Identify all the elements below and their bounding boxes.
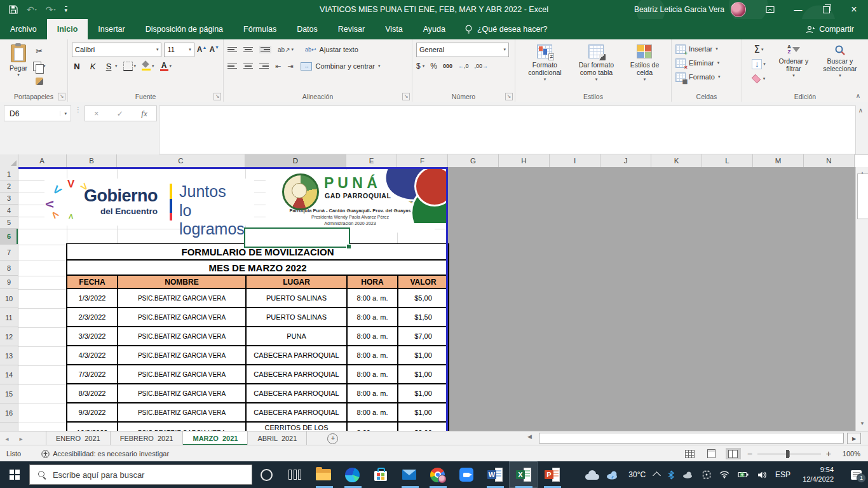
zoom-app-button[interactable] xyxy=(452,461,480,488)
ribbon-tab-disposici-n-de-p-gina[interactable]: Disposición de página xyxy=(135,19,233,39)
table-header-valor[interactable]: VALOR xyxy=(398,275,449,288)
close-button[interactable]: × xyxy=(840,0,868,19)
column-header-m[interactable]: M xyxy=(753,154,804,167)
sheet-tab-marzo-2021[interactable]: MARZO 2021 xyxy=(183,431,248,445)
vertical-scroll-thumb[interactable] xyxy=(857,173,868,219)
column-header-b[interactable]: B xyxy=(67,154,117,167)
font-size-select[interactable]: 11▾ xyxy=(164,43,194,57)
redo-icon[interactable]: ↷▾ xyxy=(46,5,56,14)
currency-format-icon[interactable]: $ xyxy=(416,62,421,71)
zoom-out-icon[interactable]: − xyxy=(747,449,752,459)
selected-cell-d6[interactable] xyxy=(244,227,350,248)
mail-button[interactable] xyxy=(395,461,424,488)
cancel-entry-icon[interactable]: × xyxy=(94,109,98,118)
font-dialog-launcher-icon[interactable]: ↘ xyxy=(214,93,221,100)
sort-filter-button[interactable]: AZ Ordenar y filtrar ▾ xyxy=(771,42,816,85)
increase-decimal-icon[interactable]: ←,0 xyxy=(458,63,469,69)
windows-ink-icon[interactable] xyxy=(702,470,711,479)
font-family-select[interactable]: Calibri▾ xyxy=(72,43,161,57)
row-header-9[interactable]: 9 xyxy=(0,276,18,289)
row-header-11[interactable]: 11 xyxy=(0,308,18,327)
table-header-hora[interactable]: HORA xyxy=(347,275,398,288)
table-cell[interactable]: $1,50 xyxy=(398,308,449,327)
column-header-i[interactable]: I xyxy=(550,154,600,167)
hscroll-left-icon[interactable]: ◀ xyxy=(527,433,532,440)
table-cell[interactable]: CABECERA PARROQUIAL xyxy=(246,365,347,384)
table-cell[interactable]: 8:00 a. m. xyxy=(347,384,398,403)
form-subtitle[interactable]: MES DE MARZO 2022 xyxy=(67,260,449,275)
sheet-tab-febrero-2021[interactable]: FEBRERO 2021 xyxy=(111,431,184,445)
select-all-corner[interactable] xyxy=(0,154,18,167)
align-bottom-icon[interactable] xyxy=(259,46,271,54)
table-cell[interactable]: CABECERA PARROQUIAL xyxy=(246,403,347,422)
table-cell[interactable]: 8:00 a. m. xyxy=(347,308,398,327)
row-header-12[interactable]: 12 xyxy=(0,327,18,346)
row-header-7[interactable]: 7 xyxy=(0,245,18,261)
table-cell[interactable]: 8:00 a. m. xyxy=(347,327,398,346)
table-cell[interactable]: 8:00 a. m. xyxy=(347,288,398,308)
format-cells-button[interactable]: ▦ Formato▾ xyxy=(675,70,738,84)
zoom-slider-thumb[interactable] xyxy=(786,450,789,458)
share-button[interactable]: Compartir xyxy=(806,19,868,39)
table-cell[interactable]: PSIC.BEATRIZ GARCIA VERA xyxy=(118,422,246,431)
ribbon-tab-archivo[interactable]: Archivo xyxy=(0,19,47,39)
row-header-4[interactable]: 4 xyxy=(0,205,18,217)
table-cell[interactable]: $1,00 xyxy=(398,403,449,422)
column-header-j[interactable]: J xyxy=(600,154,651,167)
ribbon-tab-revisar[interactable]: Revisar xyxy=(328,19,375,39)
row-header-2[interactable]: 2 xyxy=(0,180,18,193)
weather-icon[interactable] xyxy=(606,470,620,480)
column-header-l[interactable]: L xyxy=(702,154,753,167)
onedrive-tray-icon[interactable] xyxy=(682,471,694,478)
decrease-font-icon[interactable]: A▼ xyxy=(209,45,219,54)
hscroll-right-icon[interactable]: ▶ xyxy=(847,433,861,444)
ribbon-tab-inicio[interactable]: Inicio xyxy=(47,19,88,39)
microsoft-store-button[interactable] xyxy=(367,461,395,488)
wrap-text-button[interactable]: ab↩ Ajustar texto xyxy=(305,42,358,57)
temperature-label[interactable]: 30°C xyxy=(628,470,646,479)
collapse-ribbon-icon[interactable]: ∧ xyxy=(856,92,860,99)
table-cell[interactable]: 8/3/2022 xyxy=(67,384,118,403)
minimize-button[interactable]: — xyxy=(784,0,812,19)
table-cell[interactable]: $7,00 xyxy=(398,327,449,346)
user-avatar[interactable] xyxy=(731,2,746,17)
table-cell[interactable]: 2/3/2022 xyxy=(67,308,118,327)
excel-button[interactable]: X xyxy=(509,461,538,488)
borders-icon[interactable] xyxy=(123,62,133,71)
table-cell[interactable]: PUERTO SALINAS xyxy=(246,288,347,308)
percent-format-icon[interactable]: % xyxy=(430,62,437,71)
formula-bar-divider[interactable]: ⋮ xyxy=(75,108,81,111)
enter-entry-icon[interactable]: ✓ xyxy=(117,109,123,118)
number-format-select[interactable]: General▾ xyxy=(416,43,509,57)
customize-quick-access-icon[interactable]: ▾ xyxy=(65,6,68,13)
page-layout-view-icon[interactable] xyxy=(704,448,719,459)
decrease-indent-icon[interactable]: ⇤ xyxy=(275,62,281,71)
chrome-button[interactable] xyxy=(423,461,452,488)
row-header-13[interactable]: 13 xyxy=(0,346,18,365)
row-header-1[interactable]: 1 xyxy=(0,168,18,180)
cut-icon[interactable]: ✂ xyxy=(33,44,46,57)
battery-charging-icon[interactable] xyxy=(738,471,749,478)
table-cell[interactable]: 8:00 a. m. xyxy=(347,346,398,365)
hidden-icons-chevron-icon[interactable] xyxy=(654,471,660,478)
collapse-formula-bar-icon[interactable]: ∧ xyxy=(858,107,863,114)
table-cell[interactable]: PSIC.BEATRIZ GARCIA VERA xyxy=(118,327,246,346)
zoom-slider[interactable] xyxy=(757,454,821,454)
table-cell[interactable]: PSIC.BEATRIZ GARCIA VERA xyxy=(118,346,246,365)
align-middle-icon[interactable] xyxy=(243,47,253,53)
italic-button[interactable]: K xyxy=(88,62,98,71)
autosum-icon[interactable]: Σ▾ xyxy=(746,43,771,56)
sheet-nav-left-icon[interactable]: ◂ xyxy=(0,431,14,445)
clipboard-dialog-launcher-icon[interactable]: ↘ xyxy=(58,93,65,100)
alignment-dialog-launcher-icon[interactable]: ↘ xyxy=(402,93,410,100)
name-box[interactable]: D6▾ xyxy=(4,105,71,121)
powerpoint-button[interactable]: P xyxy=(538,461,566,488)
ribbon-tab-vista[interactable]: Vista xyxy=(375,19,413,39)
underline-button[interactable]: S xyxy=(104,62,114,71)
table-cell[interactable]: 8:00 a. m. xyxy=(347,403,398,422)
column-header-a[interactable]: A xyxy=(18,154,67,167)
column-header-d[interactable]: D xyxy=(245,154,346,168)
accessibility-status[interactable]: Accesibilidad: es necesario investigar xyxy=(30,450,169,458)
column-header-k[interactable]: K xyxy=(651,154,702,167)
file-explorer-button[interactable] xyxy=(309,461,338,488)
